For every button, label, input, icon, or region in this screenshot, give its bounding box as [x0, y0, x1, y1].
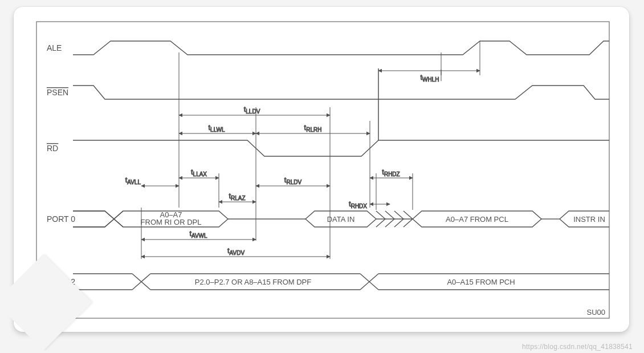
- dim-lldv: tLLDV: [244, 105, 260, 115]
- label-ale: ALE: [47, 43, 62, 52]
- corner-code: SU00: [586, 308, 605, 317]
- guides: [141, 52, 441, 259]
- dim-rldv: tRLDV: [284, 176, 302, 185]
- bus-p0-data: DATA IN: [327, 215, 355, 224]
- diagram-card: ALE PSEN RD PORT 0: [14, 7, 629, 332]
- waveform-psen: [73, 86, 609, 99]
- dim-rhdx: tRHDX: [349, 200, 367, 209]
- label-port0: PORT 0: [47, 214, 75, 224]
- waveform-rd: [73, 140, 609, 156]
- bus-p2-right: A0–A15 FROM PCH: [447, 278, 515, 286]
- bus-p0-instr: INSTR IN: [573, 215, 605, 224]
- dimensions: tWHLH tLLDV tLLWL tRLRH tAVLL: [125, 71, 480, 257]
- label-psen: PSEN: [47, 88, 68, 97]
- bus-p0-pcl: A0–A7 FROM PCL: [446, 215, 508, 224]
- dim-llax: tLLAX: [191, 168, 207, 177]
- dim-avll: tAVLL: [125, 176, 141, 185]
- label-rd: RD: [47, 144, 58, 153]
- dim-avwl: tAVWL: [189, 229, 207, 239]
- waveform-port2: [73, 274, 609, 290]
- dim-rlaz: tRLAZ: [229, 192, 245, 201]
- bus-p2-left: P2.0–P2.7 OR A8–A15 FROM DPF: [195, 278, 312, 286]
- waveform-ale: [73, 41, 609, 55]
- dim-rlrh: tRLRH: [304, 123, 322, 133]
- timing-diagram: ALE PSEN RD PORT 0: [14, 7, 629, 332]
- dim-avdv: tAVDV: [227, 246, 244, 256]
- dim-rhdz: tRHDZ: [382, 168, 400, 177]
- dim-llwl: tLLWL: [208, 123, 225, 133]
- watermark: https://blog.csdn.net/qq_41838541: [522, 343, 633, 351]
- bus-p0-addr-sub: FROM RI OR DPL: [141, 218, 202, 226]
- dim-whlh: tWHLH: [420, 73, 439, 83]
